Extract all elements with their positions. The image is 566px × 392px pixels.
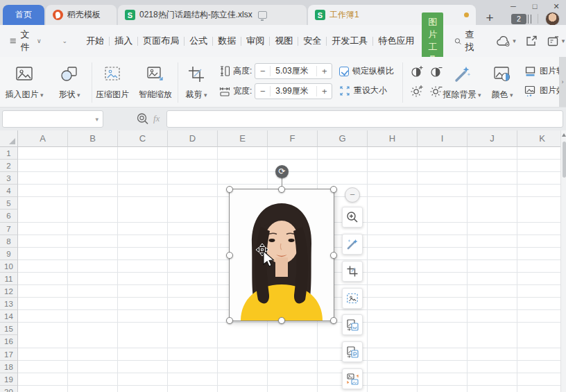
tab-docer-templates[interactable]: 稻壳模板 <box>46 5 117 25</box>
row-header-1[interactable]: 1 <box>0 147 18 160</box>
column-header-I[interactable]: I <box>418 130 468 147</box>
shapes-button[interactable]: 形状 ▾ <box>47 62 92 101</box>
row-header-9[interactable]: 9 <box>0 248 18 260</box>
replace-picture-button[interactable] <box>342 368 363 389</box>
increase-brightness-button[interactable] <box>411 85 424 97</box>
picture-to-ppt-button[interactable] <box>342 341 363 362</box>
user-avatar[interactable] <box>545 12 560 26</box>
portrait-photo[interactable] <box>230 189 334 321</box>
column-header-F[interactable]: F <box>268 130 318 147</box>
interface-settings-button[interactable]: ▾ <box>547 36 565 46</box>
insert-picture-button[interactable]: 插入图片 ▾ <box>2 62 46 101</box>
quick-access-dropdown-icon[interactable]: ⌄ <box>62 37 68 44</box>
row-header-17[interactable]: 17 <box>0 348 18 361</box>
resize-handle-e[interactable] <box>330 252 337 259</box>
column-header-D[interactable]: D <box>168 130 218 147</box>
row-header-20[interactable]: 20 <box>0 386 18 392</box>
increase-contrast-button[interactable] <box>411 65 424 78</box>
magnifier-zoom-icon[interactable] <box>136 112 149 126</box>
row-header-19[interactable]: 19 <box>0 373 18 386</box>
menu-tab-开发工具[interactable]: 开发工具 <box>327 32 372 50</box>
ribbon-scroll-expander[interactable]: › <box>559 57 566 107</box>
height-decrease-button[interactable]: − <box>255 66 271 76</box>
maximize-button[interactable]: □ <box>526 1 544 12</box>
column-header-J[interactable]: J <box>468 130 517 147</box>
row-header-11[interactable]: 11 <box>0 273 18 285</box>
remove-background-button[interactable]: 抠除背景 ▾ <box>441 62 483 101</box>
menu-tab-数据[interactable]: 数据 <box>213 32 241 50</box>
resize-handle-sw[interactable] <box>226 317 233 324</box>
row-header-18[interactable]: 18 <box>0 361 18 373</box>
share-icon[interactable] <box>526 35 538 46</box>
width-increase-button[interactable]: + <box>316 86 332 96</box>
fx-icon[interactable]: fx <box>153 113 160 124</box>
menu-tab-审阅[interactable]: 审阅 <box>241 32 269 50</box>
rotate-handle[interactable]: ⟳ <box>275 165 289 178</box>
row-header-16[interactable]: 16 <box>0 335 18 348</box>
zoom-picture-button[interactable] <box>342 207 363 228</box>
crop-quick-button[interactable] <box>342 261 363 282</box>
compress-picture-button[interactable]: 压缩图片 <box>90 62 135 101</box>
row-header-14[interactable]: 14 <box>0 310 18 323</box>
column-header-E[interactable]: E <box>218 130 268 147</box>
tab-workbook1-active[interactable]: S 工作簿1 <box>308 5 476 25</box>
resize-handle-ne[interactable] <box>330 186 337 193</box>
close-button[interactable]: ✕ <box>547 1 565 12</box>
picture-to-doc-button[interactable] <box>342 314 363 335</box>
width-value[interactable]: 3.99厘米 <box>271 85 316 97</box>
row-header-7[interactable]: 7 <box>0 223 18 235</box>
compress-picture-quick-button[interactable] <box>342 288 363 309</box>
select-all-corner[interactable] <box>0 130 18 147</box>
column-header-B[interactable]: B <box>68 130 118 147</box>
row-header-15[interactable]: 15 <box>0 323 18 335</box>
new-tab-button[interactable]: + <box>481 12 498 26</box>
find-button[interactable]: 查找 <box>454 28 477 53</box>
row-header-6[interactable]: 6 <box>0 210 18 222</box>
column-header-H[interactable]: H <box>368 130 418 147</box>
collapse-toolbar-button[interactable]: − <box>345 187 360 203</box>
menu-tab-插入[interactable]: 插入 <box>110 32 137 50</box>
menu-tab-安全[interactable]: 安全 <box>298 32 326 50</box>
resize-handle-s[interactable] <box>278 317 285 324</box>
row-header-3[interactable]: 3 <box>0 172 18 185</box>
row-header-5[interactable]: 5 <box>0 197 18 210</box>
column-header-K[interactable]: K <box>517 130 560 147</box>
menu-tab-公式[interactable]: 公式 <box>185 32 212 50</box>
vertical-scrollbar[interactable] <box>560 130 566 392</box>
tab-home[interactable]: 首页 <box>3 5 44 25</box>
row-header-10[interactable]: 10 <box>0 260 18 273</box>
lock-aspect-ratio-checkbox[interactable]: 锁定纵横比 <box>339 65 394 77</box>
height-increase-button[interactable]: + <box>316 66 332 76</box>
tab-document[interactable]: S 0218热门话题结构-陈立佳.xlsx <box>118 5 307 25</box>
width-decrease-button[interactable]: − <box>255 86 271 96</box>
resize-handle-n[interactable] <box>278 186 285 193</box>
formula-input[interactable] <box>166 110 563 128</box>
crop-button[interactable]: 裁剪 ▾ <box>176 62 216 101</box>
row-header-12[interactable]: 12 <box>0 285 18 298</box>
resize-handle-w[interactable] <box>226 252 233 259</box>
minimize-button[interactable]: ─ <box>504 1 522 12</box>
tab-list-badge[interactable]: 2 <box>511 14 526 24</box>
column-header-A[interactable]: A <box>18 130 68 147</box>
cloud-sync-button[interactable]: ▾ <box>497 36 516 46</box>
resize-handle-se[interactable] <box>330 317 337 324</box>
reset-size-button[interactable]: 重设大小 <box>339 85 387 96</box>
row-header-8[interactable]: 8 <box>0 235 18 248</box>
column-header-G[interactable]: G <box>318 130 368 147</box>
scrollbar-thumb[interactable] <box>563 142 566 178</box>
name-box[interactable]: ▾ <box>2 110 103 128</box>
row-header-13[interactable]: 13 <box>0 298 18 310</box>
smart-zoom-button[interactable]: 智能缩放 <box>133 62 178 101</box>
remove-background-quick-button[interactable] <box>342 234 363 255</box>
menu-tab-页面布局[interactable]: 页面布局 <box>138 32 184 50</box>
scroll-up-icon[interactable] <box>562 133 566 137</box>
menu-tab-特色应用[interactable]: 特色应用 <box>373 32 419 50</box>
column-header-C[interactable]: C <box>118 130 168 147</box>
row-header-4[interactable]: 4 <box>0 185 18 197</box>
row-header-2[interactable]: 2 <box>0 160 18 172</box>
menu-tab-开始[interactable]: 开始 <box>81 32 109 50</box>
resize-handle-nw[interactable] <box>226 186 233 193</box>
file-menu-button[interactable]: 文件 ∨ <box>0 28 49 53</box>
height-value[interactable]: 5.03厘米 <box>271 65 316 77</box>
picture-color-button[interactable]: 颜色 ▾ <box>484 62 520 101</box>
